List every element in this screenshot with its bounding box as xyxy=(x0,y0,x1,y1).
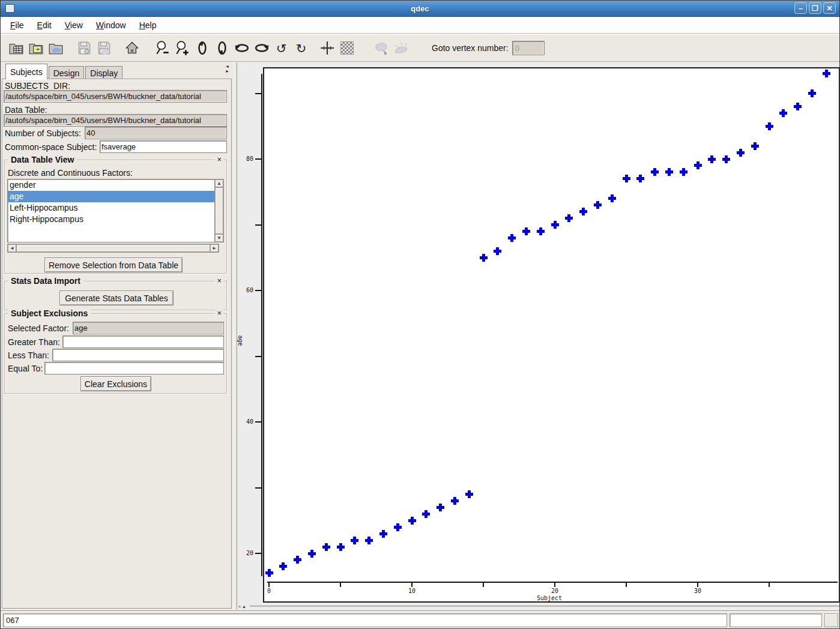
greater-than-label: Greater Than: xyxy=(8,337,60,347)
tab-scroll-right-icon[interactable]: ► xyxy=(225,69,231,73)
scroll-left-icon[interactable]: ◄ xyxy=(8,244,16,252)
subject-exclusions-group: Subject Exclusions × Selected Factor: ag… xyxy=(4,313,227,394)
menu-window[interactable]: Window xyxy=(94,18,128,32)
vscroll-thumb[interactable] xyxy=(215,187,223,234)
list-item-right-hippocampus[interactable]: Right-Hippocampus xyxy=(8,214,219,225)
data-point xyxy=(451,497,459,505)
brain-draw-icon xyxy=(393,40,409,56)
x-minor-tick xyxy=(769,583,770,587)
menu-file[interactable]: File xyxy=(8,18,26,32)
data-point xyxy=(422,510,430,518)
data-point xyxy=(808,89,816,97)
data-table-field[interactable]: /autofs/space/birn_045/users/BWH/buckner… xyxy=(4,114,227,127)
rotate-cw-icon[interactable]: ↻ xyxy=(293,40,309,56)
save-project-icon xyxy=(95,40,112,56)
remove-selection-button[interactable]: Remove Selection from Data Table xyxy=(44,257,183,272)
x-tick xyxy=(411,583,412,587)
generate-stats-button[interactable]: Generate Stats Data Tables xyxy=(59,290,174,305)
scroll-down-icon[interactable]: ▼ xyxy=(215,234,223,242)
data-point xyxy=(379,530,387,538)
plot-scroll-up-icon[interactable]: ▲ xyxy=(242,604,246,609)
data-point xyxy=(680,168,687,176)
y-minor-tick xyxy=(255,93,262,94)
greater-than-field[interactable] xyxy=(62,336,224,348)
maximize-button[interactable]: ❐ xyxy=(809,2,821,14)
checkerboard-icon[interactable] xyxy=(339,40,355,56)
status-bar: 067 xyxy=(1,610,839,629)
factor-list-vscrollbar[interactable]: ▲ ▼ xyxy=(214,179,224,242)
rotate-left-icon[interactable] xyxy=(234,40,250,56)
zoom-out-icon[interactable] xyxy=(154,40,171,56)
load-label-icon[interactable] xyxy=(47,40,64,56)
plot-close-icon[interactable]: × xyxy=(238,604,241,609)
minimize-button[interactable]: – xyxy=(794,2,807,14)
load-data-table-icon[interactable] xyxy=(8,40,24,56)
resize-grip[interactable] xyxy=(824,613,838,627)
y-tick-label: 40 xyxy=(238,418,253,425)
data-point xyxy=(337,543,345,551)
data-point xyxy=(365,537,373,544)
common-space-label: Common-space Subject: xyxy=(5,142,97,152)
data-table-view-close-icon[interactable]: × xyxy=(215,155,223,164)
subjects-dir-label: SUBJECTS_DIR: xyxy=(5,81,70,91)
rotate-down-icon[interactable] xyxy=(214,40,230,56)
menu-edit[interactable]: Edit xyxy=(35,18,54,32)
tab-design[interactable]: Design xyxy=(49,66,85,79)
tab-subjects[interactable]: Subjects xyxy=(5,64,47,79)
zoom-in-icon[interactable] xyxy=(174,40,190,56)
stats-data-import-close-icon[interactable]: × xyxy=(215,277,223,285)
equal-to-field[interactable] xyxy=(44,362,224,375)
save-data-table-icon xyxy=(76,40,92,56)
tab-display[interactable]: Display xyxy=(85,66,122,79)
stats-data-import-title: Stats Data Import xyxy=(8,276,83,286)
subjects-dir-field[interactable]: /autofs/space/birn_045/users/BWH/buckner… xyxy=(4,90,227,103)
less-than-field[interactable] xyxy=(52,349,224,361)
y-tick-label: 60 xyxy=(238,287,253,293)
x-axis-line xyxy=(267,582,838,583)
list-item-gender[interactable]: gender xyxy=(8,179,219,191)
data-point xyxy=(665,168,673,176)
subject-exclusions-title: Subject Exclusions xyxy=(8,308,91,318)
window-title: qdec xyxy=(1,4,839,13)
scroll-up-icon[interactable]: ▲ xyxy=(215,179,223,187)
scroll-right-icon[interactable]: ► xyxy=(210,244,219,252)
plot-scroll-groove[interactable] xyxy=(250,606,839,608)
rotate-right-icon[interactable] xyxy=(253,40,270,56)
x-tick xyxy=(697,583,698,587)
factor-list-hscrollbar[interactable]: ◄ ► xyxy=(7,244,219,253)
tab-scroll-arrows[interactable]: ◄ ► xyxy=(225,64,231,73)
data-point xyxy=(737,149,745,157)
close-button[interactable]: ✕ xyxy=(823,2,836,14)
data-table-view-title: Data Table View xyxy=(8,155,77,164)
data-table-label: Data Table: xyxy=(5,105,47,115)
goto-vertex-input[interactable] xyxy=(512,41,545,55)
home-icon[interactable] xyxy=(124,40,140,56)
list-item-age[interactable]: age xyxy=(8,191,219,202)
data-point xyxy=(823,70,830,77)
qdec-window: qdec – ❐ ✕ File Edit View Window Help xyxy=(0,0,840,629)
menu-help[interactable]: Help xyxy=(137,18,159,32)
common-space-field[interactable]: fsaverage xyxy=(100,140,227,153)
plot-bottom-scrollbar[interactable]: × ▲ xyxy=(237,603,840,610)
clear-exclusions-button[interactable]: Clear Exclusions xyxy=(80,376,151,391)
factor-list[interactable]: genderageLeft-HippocampusRight-Hippocamp… xyxy=(7,179,219,242)
less-than-label: Less Than: xyxy=(8,351,49,360)
hscroll-thumb[interactable] xyxy=(16,244,210,252)
rotate-up-icon[interactable] xyxy=(194,40,210,56)
x-tick-label: 30 xyxy=(689,588,707,594)
menu-view[interactable]: View xyxy=(62,18,85,32)
data-point xyxy=(779,109,787,117)
y-tick xyxy=(255,158,262,160)
data-point xyxy=(751,142,759,150)
load-project-icon[interactable] xyxy=(28,40,44,56)
rotate-ccw-icon[interactable]: ↺ xyxy=(273,40,289,56)
panel-tabs: Subjects Design Display xyxy=(5,64,124,79)
subject-exclusions-close-icon[interactable]: × xyxy=(215,309,223,318)
data-point xyxy=(579,208,587,215)
list-item-left-hippocampus[interactable]: Left-Hippocampus xyxy=(8,202,219,214)
data-point xyxy=(694,161,702,169)
data-point xyxy=(794,103,802,110)
x-minor-tick xyxy=(626,583,627,587)
tab-scroll-left-icon[interactable]: ◄ xyxy=(225,64,231,68)
crosshair-icon[interactable] xyxy=(319,40,335,56)
